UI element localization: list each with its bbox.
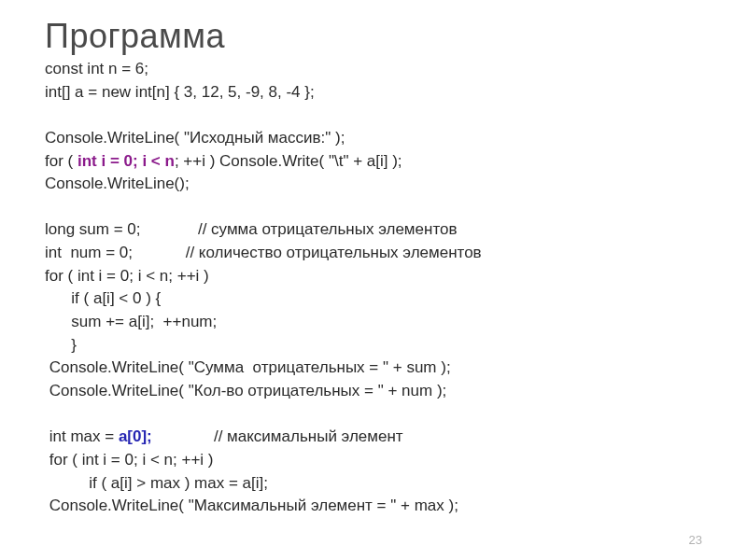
- code-line: for ( int i = 0; i < n; ++i ): [45, 451, 213, 469]
- code-line: Console.WriteLine( "Максимальный элемент…: [45, 497, 458, 514]
- code-line: sum += a[i]; ++num;: [45, 313, 217, 330]
- code-line: for ( int i = 0; i < n; ++i ): [45, 267, 209, 285]
- code-line: int[] a = new int[n] { 3, 12, 5, -9, 8, …: [45, 83, 315, 101]
- code-line: ; ++i ) Console.Write( "\t" + a[i] );: [175, 152, 402, 170]
- code-line: const int n = 6;: [45, 60, 148, 77]
- code-line: Console.WriteLine( "Исходный массив:" );: [45, 129, 345, 147]
- code-line: // максимальный элемент: [152, 427, 403, 445]
- slide-title: Программа: [45, 17, 702, 56]
- code-line: long sum = 0; // сумма отрицательных эле…: [45, 220, 457, 238]
- code-line: int max =: [45, 427, 119, 445]
- code-line: if ( a[i] < 0 ) {: [45, 289, 161, 307]
- code-line: Console.WriteLine( "Сумма отрицательных …: [45, 358, 451, 376]
- code-block: const int n = 6; int[] a = new int[n] { …: [45, 58, 702, 518]
- code-line: for (: [45, 152, 78, 170]
- code-line: int num = 0; // количество отрицательных…: [45, 244, 482, 261]
- slide-container: Программа const int n = 6; int[] a = new…: [0, 0, 747, 560]
- page-number: 23: [689, 533, 702, 547]
- code-line: if ( a[i] > max ) max = a[i];: [45, 474, 268, 492]
- code-line: Console.WriteLine();: [45, 175, 190, 192]
- code-line: }: [45, 336, 77, 354]
- code-line: Console.WriteLine( "Кол-во отрицательных…: [45, 382, 446, 399]
- code-emph-loop: int i = 0; i < n: [78, 152, 175, 170]
- code-emph-max: a[0];: [119, 427, 152, 445]
